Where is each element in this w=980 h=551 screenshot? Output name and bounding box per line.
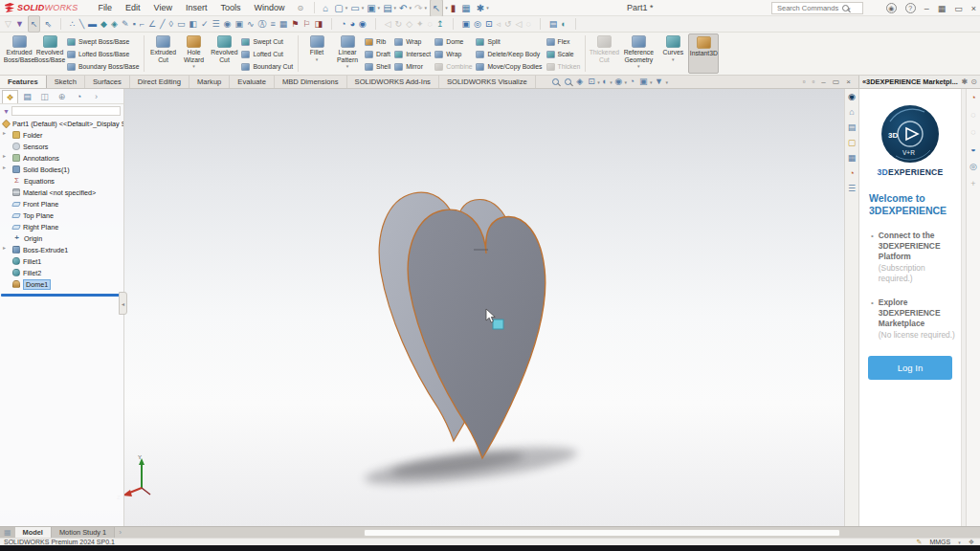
tool-icon[interactable]: ≡ <box>270 16 275 32</box>
tree-filter-input[interactable] <box>11 106 121 116</box>
tool-icon[interactable]: ⌐ <box>140 16 145 32</box>
chevron-down-icon[interactable]: ▾ <box>597 79 600 85</box>
apply-scene-icon[interactable]: ▣ <box>639 76 648 88</box>
boundary-boss-base-button[interactable]: Boundary Boss/Base <box>65 60 141 73</box>
delete-keep-body-button[interactable]: Delete/Keep Body <box>474 48 544 60</box>
doc-window-icon[interactable]: ▫ <box>812 76 814 88</box>
xpert-tools-button[interactable]: ▮ <box>451 0 457 16</box>
appearances-scenes-tab-icon[interactable]: ◔ <box>849 168 854 178</box>
check-tool-icon[interactable]: ✓ <box>201 16 209 32</box>
undo-button[interactable]: ↶ <box>399 0 407 16</box>
tree-item-boss-extrude1[interactable]: Boss-Extrude1 <box>0 244 123 255</box>
tool-icon[interactable]: ◃ <box>496 16 501 32</box>
tree-item-material[interactable]: Material <not specified> <box>0 187 123 198</box>
chevron-down-icon[interactable]: ▾ <box>409 5 412 11</box>
search-icon[interactable] <box>842 5 849 11</box>
chevron-down-icon[interactable]: ▾ <box>192 64 195 70</box>
tool-icon[interactable]: ↺ <box>504 16 512 32</box>
tab-markup[interactable]: Markup <box>189 76 230 88</box>
restore-button[interactable]: ▭ <box>954 4 963 13</box>
flag-outline-tool-icon[interactable]: ⚐ <box>302 16 310 32</box>
zoom-to-fit-icon[interactable] <box>552 78 559 85</box>
chevron-down-icon[interactable]: ▾ <box>316 57 319 63</box>
mirror-button[interactable]: Mirror <box>392 60 433 73</box>
doc-close-button[interactable]: × <box>846 76 851 88</box>
view-tool-icon[interactable]: ◁ <box>385 16 391 32</box>
tab-solidworks-add-ins[interactable]: SOLIDWORKS Add-Ins <box>347 76 439 88</box>
swept-cut-button[interactable]: Swept Cut <box>239 35 295 48</box>
target-display-icon[interactable]: ⊡ <box>485 16 493 32</box>
tool-icon[interactable]: ╱ <box>160 16 165 32</box>
minimize-button[interactable]: – <box>924 4 929 13</box>
chevron-down-icon[interactable]: ▾ <box>345 5 348 11</box>
tree-item-fillet2[interactable]: Fillet2 <box>0 267 123 278</box>
rib-button[interactable]: Rib <box>363 35 392 48</box>
flex-button[interactable]: Flex <box>545 35 583 48</box>
hole-wizard-button[interactable]: Hole Wizard▾ <box>178 33 209 74</box>
menu-window[interactable]: Window <box>247 3 291 12</box>
expand-arrow-icon[interactable]: ▸ <box>3 244 9 251</box>
feature-tree-icon[interactable]: ↥ <box>436 16 444 32</box>
section-view-icon[interactable]: ⊡ <box>588 76 595 88</box>
file-explorer-tab-icon[interactable]: ▢ <box>848 138 857 147</box>
expand-arrow-icon[interactable]: ▸ <box>3 152 9 159</box>
tool-icon[interactable]: ∠ <box>148 16 156 32</box>
orbit-view-icon[interactable]: ◌ <box>428 16 433 32</box>
wrap2-button[interactable]: Wrap <box>433 48 474 60</box>
tab-scroll-icon[interactable]: › <box>115 527 125 538</box>
dome-button[interactable]: Dome <box>433 35 474 48</box>
graphics-viewport[interactable]: Y Z <box>0 89 858 526</box>
chevron-down-icon[interactable]: ▾ <box>665 79 668 85</box>
flag-tool-icon[interactable]: ⚑ <box>291 16 299 32</box>
extruded-cut-button[interactable]: Extruded Cut <box>147 33 178 74</box>
sketch-tool-icon[interactable]: ✎ <box>122 16 129 32</box>
tree-item-dome1[interactable]: Dome1 <box>0 278 123 290</box>
tab-solidworks-visualize[interactable]: SOLIDWORKS Visualize <box>439 76 536 88</box>
chevron-down-icon[interactable]: ▾ <box>346 64 349 70</box>
view-settings-icon[interactable]: ▼ <box>655 76 663 88</box>
close-button[interactable]: × <box>971 4 976 13</box>
heart-front-face[interactable] <box>408 209 546 458</box>
linear-pattern-button[interactable]: Linear Pattern▾ <box>332 33 363 74</box>
zoom-view-icon[interactable]: ✦ <box>416 16 424 32</box>
fillet-button[interactable]: Fillet▾ <box>301 33 332 74</box>
chevron-down-icon[interactable]: ▾ <box>445 5 448 11</box>
select-arrow-icon[interactable]: ↖ <box>28 15 41 33</box>
display-style-icon[interactable]: ◉ <box>614 76 622 88</box>
horizontal-scrollbar[interactable] <box>364 529 840 537</box>
save-model-icon[interactable]: ◕ <box>349 16 354 32</box>
curves-button[interactable]: Curves▾ <box>657 33 688 74</box>
chevron-down-icon[interactable]: ▾ <box>625 79 628 85</box>
tool-icon[interactable]: ◧ <box>189 16 197 32</box>
scene-icon[interactable]: ◌ <box>970 110 975 120</box>
propertymanager-tab-icon[interactable]: ▤ <box>19 90 35 103</box>
menu-edit[interactable]: Edit <box>119 3 147 12</box>
tree-item-equations[interactable]: Σ Equations <box>0 175 123 187</box>
design-library-tab-icon[interactable]: ▤ <box>848 122 857 132</box>
configurationmanager-tab-icon[interactable]: ◫ <box>36 90 53 103</box>
tree-item-fillet1[interactable]: Fillet1 <box>0 255 123 267</box>
solidworks-resources-tab-icon[interactable]: ⌂ <box>849 107 854 117</box>
rebuild-icon[interactable]: ◔ <box>341 16 345 32</box>
scale-button[interactable]: Scale <box>545 48 583 60</box>
tree-item-right-plane[interactable]: Right Plane <box>0 221 123 232</box>
search-commands-box[interactable]: ▾ <box>771 2 863 14</box>
chevron-down-icon[interactable]: ▾ <box>424 5 427 11</box>
split-button[interactable]: Split <box>474 35 544 48</box>
tool-icon[interactable]: ◌ <box>525 16 530 32</box>
tool-icon[interactable]: ◊ <box>168 16 172 32</box>
tree-item-folder[interactable]: Folder <box>0 129 123 141</box>
instant3d-button[interactable]: Instant3D <box>688 33 719 74</box>
wrap-button[interactable]: Wrap <box>392 35 433 48</box>
line-tool-icon[interactable]: ╲ <box>79 16 84 32</box>
render-icon[interactable]: ◒ <box>970 144 975 154</box>
panel-collapse-handle[interactable]: ◂ <box>119 292 127 315</box>
instant3d-drag-handle[interactable] <box>493 320 503 329</box>
spline-tool-icon[interactable]: ∿ <box>247 16 255 32</box>
dimxpertmanager-tab-icon[interactable]: ⊕ <box>54 90 70 103</box>
chevron-down-icon[interactable]: ▾ <box>672 57 675 63</box>
globe-icon[interactable]: ◐ <box>561 16 566 32</box>
thickened-cut-button[interactable]: Thickened Cut <box>589 33 619 74</box>
redo-button[interactable]: ↷ <box>414 0 422 16</box>
shell-button[interactable]: Shell <box>363 60 392 73</box>
